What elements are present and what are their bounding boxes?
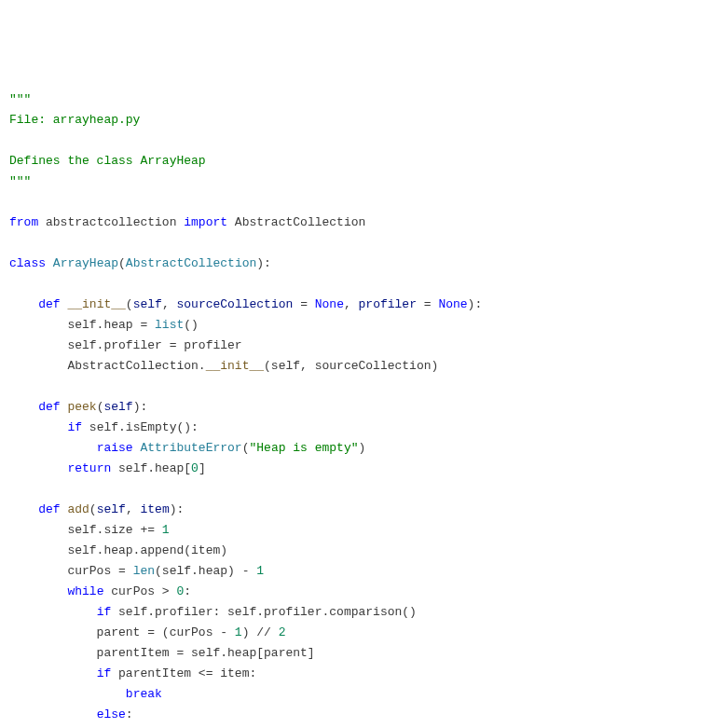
code-token: AbstractCollection <box>227 215 365 229</box>
code-token: self.heap = <box>9 318 155 332</box>
code-token: None <box>438 297 467 311</box>
code-token: parent = (curPos - <box>9 625 235 639</box>
code-token: def <box>38 297 60 311</box>
code-token <box>46 256 53 270</box>
code-line: return self.heap[0] <box>9 459 704 479</box>
code-line: break <box>9 684 704 705</box>
code-token: () <box>184 318 199 332</box>
code-line <box>9 130 704 151</box>
code-line: AbstractCollection.__init__(self, source… <box>9 356 704 377</box>
code-token: Defines the class ArrayHeap <box>9 154 206 168</box>
code-token: : <box>126 707 133 721</box>
code-line: curPos = len(self.heap) - 1 <box>9 561 704 582</box>
code-token: parentItem = self.heap[parent] <box>9 646 315 660</box>
code-block: """File: arrayheap.py Defines the class … <box>9 89 704 728</box>
code-token: , <box>344 297 359 311</box>
code-token: class <box>9 256 46 270</box>
code-token: self.profiler: self.profiler.comparison(… <box>111 605 417 619</box>
code-token: AttributeError <box>140 441 241 455</box>
code-token: ) // <box>242 625 279 639</box>
code-line: if parentItem <= item: <box>9 664 704 684</box>
code-token: self.profiler = profiler <box>9 338 242 352</box>
code-token: "Heap is empty" <box>249 441 358 455</box>
code-line: self.size += 1 <box>9 520 704 541</box>
code-token: 2 <box>279 625 286 639</box>
code-token: self.isEmpty(): <box>82 420 199 434</box>
code-line: def __init__(self, sourceCollection = No… <box>9 295 704 315</box>
code-token: 1 <box>162 523 170 537</box>
code-token: profiler <box>359 297 417 311</box>
code-token: break <box>126 687 162 701</box>
code-token: , <box>126 502 141 516</box>
code-line: if self.profiler: self.profiler.comparis… <box>9 602 704 623</box>
code-token: if <box>67 420 82 434</box>
code-token: ): <box>468 297 483 311</box>
code-token: if <box>97 666 112 680</box>
code-token: from <box>9 215 38 229</box>
code-token: else <box>97 707 126 721</box>
code-token <box>9 666 97 680</box>
code-token: = <box>417 297 438 311</box>
code-token <box>9 441 97 455</box>
code-line: def peek(self): <box>9 397 704 418</box>
code-token: (self, sourceCollection) <box>264 359 438 373</box>
code-token: self <box>97 502 126 516</box>
code-token <box>9 461 67 475</box>
code-token: ( <box>126 297 133 311</box>
code-line: self.heap = list() <box>9 315 704 336</box>
code-token: self.heap.append(item) <box>9 543 227 557</box>
code-line: File: arrayheap.py <box>9 110 704 130</box>
code-token: self <box>133 297 162 311</box>
code-token: """ <box>9 174 31 188</box>
code-token <box>9 687 126 701</box>
code-token: self <box>103 400 132 414</box>
code-token: curPos = <box>9 564 133 578</box>
code-token: import <box>184 215 227 229</box>
code-line <box>9 479 704 500</box>
code-token: = <box>293 297 314 311</box>
code-token: """ <box>9 92 31 106</box>
code-line <box>9 233 704 254</box>
code-token: if <box>97 605 112 619</box>
code-token: self.size += <box>9 523 162 537</box>
code-token <box>9 400 38 414</box>
code-line: """ <box>9 172 704 192</box>
code-token: ( <box>118 256 126 270</box>
code-token: while <box>67 584 103 598</box>
code-token: ): <box>256 256 271 270</box>
code-line: while curPos > 0: <box>9 582 704 602</box>
code-token: None <box>315 297 344 311</box>
code-token <box>9 584 67 598</box>
code-line: Defines the class ArrayHeap <box>9 151 704 172</box>
code-token: curPos > <box>103 584 176 598</box>
code-token <box>9 297 38 311</box>
code-token: , <box>162 297 177 311</box>
code-line: parentItem = self.heap[parent] <box>9 643 704 664</box>
code-token: ): <box>170 502 185 516</box>
code-token <box>9 707 97 721</box>
code-line <box>9 274 704 295</box>
code-token: ): <box>133 400 148 414</box>
code-token: ( <box>89 502 97 516</box>
code-line <box>9 192 704 213</box>
code-token: add <box>67 502 89 516</box>
code-token: def <box>38 502 60 516</box>
code-token: self.heap[ <box>111 461 191 475</box>
code-line <box>9 377 704 397</box>
code-line: self.heap.append(item) <box>9 541 704 561</box>
code-token: def <box>38 400 60 414</box>
code-token: File: arrayheap.py <box>9 113 140 127</box>
code-token: 1 <box>235 625 242 639</box>
code-token: raise <box>97 441 133 455</box>
code-token: __init__ <box>206 359 264 373</box>
code-token <box>9 605 97 619</box>
code-token: ArrayHeap <box>53 256 118 270</box>
code-line: parent = (curPos - 1) // 2 <box>9 623 704 643</box>
code-line: else: <box>9 705 704 725</box>
code-token: __init__ <box>67 297 125 311</box>
code-token: AbstractCollection. <box>9 359 206 373</box>
code-line: self.profiler = profiler <box>9 336 704 356</box>
code-line: def add(self, item): <box>9 500 704 520</box>
code-token: sourceCollection <box>177 297 294 311</box>
code-token: (self.heap) - <box>155 564 256 578</box>
